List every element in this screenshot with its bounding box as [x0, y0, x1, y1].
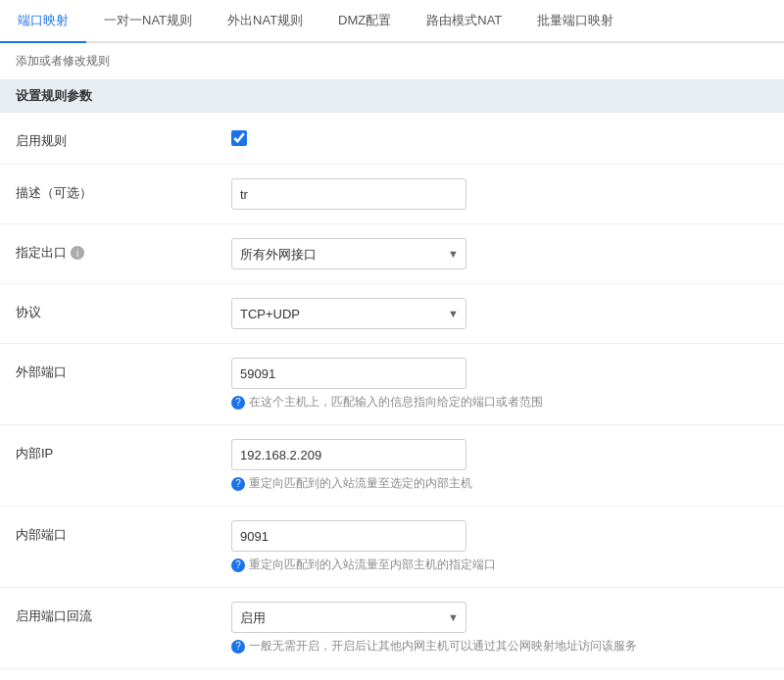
internal-port-label: 内部端口: [16, 520, 231, 544]
hairpin-control: 启用 ▼ ? 一般无需开启，开启后让其他内网主机可以通过其公网映射地址访问该服务: [231, 602, 768, 655]
internal-port-hint: ? 重定向匹配到的入站流量至内部主机的指定端口: [231, 557, 768, 573]
tab-dmz[interactable]: DMZ配置: [320, 0, 409, 43]
protocol-label: 协议: [16, 298, 231, 321]
hairpin-row: 启用端口回流 启用 ▼ ? 一般无需开启，开启后让其他内网主机可以通过其公网映射…: [0, 588, 784, 669]
internal-ip-row: 内部IP ? 重定向匹配到的入站流量至选定的内部主机: [0, 425, 784, 507]
external-port-hint-icon: ?: [231, 396, 245, 410]
internal-port-row: 内部端口 ? 重定向匹配到的入站流量至内部主机的指定端口: [0, 507, 784, 588]
tab-port-mapping[interactable]: 端口映射: [0, 0, 86, 43]
internal-port-control: ? 重定向匹配到的入站流量至内部主机的指定端口: [231, 520, 768, 573]
tab-batch-port[interactable]: 批量端口映射: [519, 0, 631, 43]
internal-port-input[interactable]: [231, 520, 466, 552]
enable-rule-row: 启用规则: [0, 113, 784, 165]
external-port-row: 外部端口 ? 在这个主机上，匹配输入的信息指向给定的端口或者范围: [0, 344, 784, 425]
section-header: 设置规则参数: [0, 79, 784, 113]
form-body: 启用规则 描述（可选） 指定出口 i 所有外网接口 ▼: [0, 113, 784, 669]
internal-port-hint-icon: ?: [231, 559, 245, 572]
internal-ip-hint: ? 重定向匹配到的入站流量至选定的内部主机: [231, 475, 768, 492]
bottom-area: Ea: [0, 669, 784, 680]
interface-info-icon[interactable]: i: [71, 246, 84, 260]
internal-ip-control: ? 重定向匹配到的入站流量至选定的内部主机: [231, 439, 768, 492]
protocol-control: TCP+UDP ▼: [231, 298, 768, 329]
protocol-select[interactable]: TCP+UDP: [231, 298, 466, 329]
interface-label: 指定出口 i: [16, 238, 231, 262]
hairpin-hint: ? 一般无需开启，开启后让其他内网主机可以通过其公网映射地址访问该服务: [231, 638, 768, 655]
enable-rule-control: [231, 126, 768, 146]
protocol-select-wrapper: TCP+UDP ▼: [231, 298, 466, 329]
description-label: 描述（可选）: [16, 178, 231, 202]
tab-route-nat[interactable]: 路由模式NAT: [409, 0, 519, 43]
enable-rule-checkbox-wrapper: [231, 126, 768, 146]
enable-rule-label: 启用规则: [16, 126, 231, 150]
internal-ip-label: 内部IP: [16, 439, 231, 462]
interface-select[interactable]: 所有外网接口: [231, 238, 466, 269]
breadcrumb: 添加或者修改规则: [0, 43, 784, 79]
internal-ip-hint-icon: ?: [231, 477, 245, 491]
tab-bar: 端口映射 一对一NAT规则 外出NAT规则 DMZ配置 路由模式NAT 批量端口…: [0, 0, 784, 43]
hairpin-label: 启用端口回流: [16, 602, 231, 625]
external-port-control: ? 在这个主机上，匹配输入的信息指向给定的端口或者范围: [231, 358, 768, 411]
interface-row: 指定出口 i 所有外网接口 ▼: [0, 224, 784, 284]
external-port-input[interactable]: [231, 358, 466, 389]
tab-outbound-nat[interactable]: 外出NAT规则: [210, 0, 320, 43]
description-row: 描述（可选）: [0, 165, 784, 224]
internal-ip-input[interactable]: [231, 439, 466, 470]
description-input[interactable]: [231, 178, 466, 210]
hairpin-select-wrapper: 启用 ▼: [231, 602, 466, 633]
external-port-hint: ? 在这个主机上，匹配输入的信息指向给定的端口或者范围: [231, 394, 768, 411]
hairpin-select[interactable]: 启用: [231, 602, 466, 633]
external-port-label: 外部端口: [16, 358, 231, 381]
protocol-row: 协议 TCP+UDP ▼: [0, 284, 784, 344]
hairpin-hint-icon: ?: [231, 640, 245, 654]
description-control: [231, 178, 768, 210]
enable-rule-checkbox[interactable]: [231, 130, 247, 146]
interface-select-wrapper: 所有外网接口 ▼: [231, 238, 466, 269]
interface-control: 所有外网接口 ▼: [231, 238, 768, 269]
tab-one-to-one-nat[interactable]: 一对一NAT规则: [86, 0, 210, 43]
